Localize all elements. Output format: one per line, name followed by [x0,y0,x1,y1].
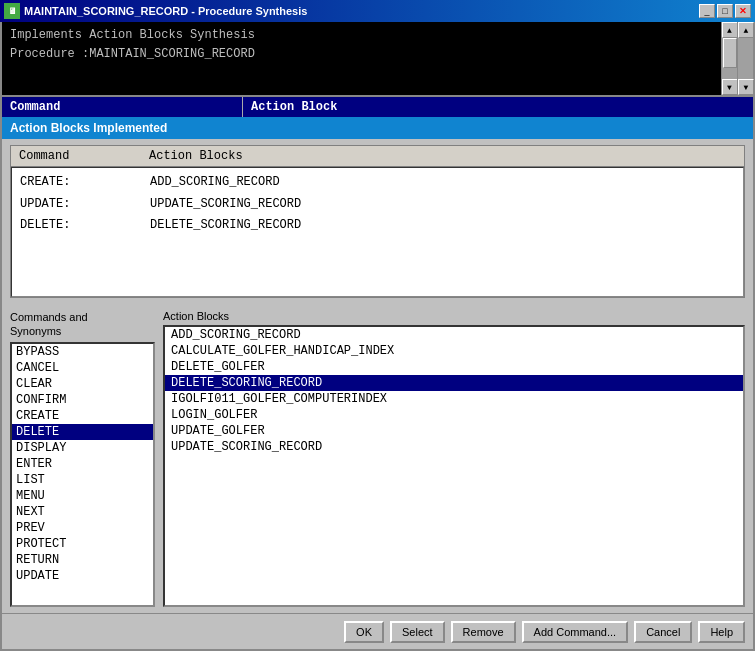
command-list-item[interactable]: DISPLAY [12,440,153,456]
command-list-item[interactable]: BYPASS [12,344,153,360]
action-list-item[interactable]: LOGIN_GOLFER [165,407,743,423]
table-row: UPDATE:UPDATE_SCORING_RECORD [20,194,735,216]
minimize-button[interactable]: _ [699,4,715,18]
main-window: Implements Action Blocks Synthesis Proce… [0,22,755,651]
table-action: ADD_SCORING_RECORD [150,172,735,194]
scroll-track [722,38,737,79]
top-scroll-right-up[interactable]: ▲ [738,22,754,38]
right-panel-top: ▲ ▼ [737,22,753,95]
command-list-item[interactable]: CONFIRM [12,392,153,408]
command-list-item[interactable]: PROTECT [12,536,153,552]
restore-button[interactable]: □ [717,4,733,18]
table-body: CREATE:ADD_SCORING_RECORDUPDATE:UPDATE_S… [11,167,744,297]
app-icon: 🖥 [4,3,20,19]
top-section: Implements Action Blocks Synthesis Proce… [2,22,753,97]
command-list-item[interactable]: PREV [12,520,153,536]
add-command-button[interactable]: Add Command... [522,621,629,643]
action-blocks-label: Action Blocks [163,310,745,322]
action-list-item[interactable]: DELETE_GOLFER [165,359,743,375]
table-cmd: DELETE: [20,215,150,237]
action-list-item[interactable]: CALCULATE_GOLFER_HANDICAP_INDEX [165,343,743,359]
action-list-item[interactable]: UPDATE_SCORING_RECORD [165,439,743,455]
select-button[interactable]: Select [390,621,445,643]
implemented-table: Command Action Blocks CREATE:ADD_SCORING… [10,145,745,298]
top-scroll-right-down[interactable]: ▼ [738,79,754,95]
header-divider [242,97,243,117]
bottom-section: Commands and Synonyms BYPASSCANCELCLEARC… [2,304,753,613]
table-action: DELETE_SCORING_RECORD [150,215,735,237]
text-line-1: Implements Action Blocks Synthesis [10,26,713,45]
action-block-header-label: Action Block [251,100,753,114]
table-action: UPDATE_SCORING_RECORD [150,194,735,216]
command-list-item[interactable]: CREATE [12,408,153,424]
action-blocks-panel: Action Blocks ADD_SCORING_RECORDCALCULAT… [163,310,745,607]
command-list-item[interactable]: MENU [12,488,153,504]
window-controls[interactable]: _ □ ✕ [699,4,751,18]
close-button[interactable]: ✕ [735,4,751,18]
table-col2-header: Action Blocks [149,149,736,163]
table-cmd: CREATE: [20,172,150,194]
commands-panel: Commands and Synonyms BYPASSCANCELCLEARC… [10,310,155,607]
section-header: Action Blocks Implemented [2,117,753,139]
window-title: MAINTAIN_SCORING_RECORD - Procedure Synt… [24,5,307,17]
commands-list[interactable]: BYPASSCANCELCLEARCONFIRMCREATEDELETEDISP… [10,342,155,607]
command-list-item[interactable]: CLEAR [12,376,153,392]
blue-command-header: Command Action Block [2,97,753,117]
command-list-item[interactable]: RETURN [12,552,153,568]
command-list-item[interactable]: UPDATE [12,568,153,584]
table-header-row: Command Action Blocks [11,146,744,167]
procedure-text-area: Implements Action Blocks Synthesis Proce… [2,22,721,95]
ok-button[interactable]: OK [344,621,384,643]
table-row: CREATE:ADD_SCORING_RECORD [20,172,735,194]
command-list-item[interactable]: CANCEL [12,360,153,376]
scroll-up-button[interactable]: ▲ [722,22,738,38]
commands-label: Commands and Synonyms [10,310,155,339]
scroll-down-button[interactable]: ▼ [722,79,738,95]
title-bar-left: 🖥 MAINTAIN_SCORING_RECORD - Procedure Sy… [4,3,307,19]
action-list-item[interactable]: DELETE_SCORING_RECORD [165,375,743,391]
top-scrollbar[interactable]: ▲ ▼ [721,22,737,95]
cancel-button[interactable]: Cancel [634,621,692,643]
section-header-text: Action Blocks Implemented [10,121,167,135]
table-col1-header: Command [19,149,149,163]
table-cmd: UPDATE: [20,194,150,216]
action-blocks-list[interactable]: ADD_SCORING_RECORDCALCULATE_GOLFER_HANDI… [163,325,745,607]
scroll-thumb[interactable] [723,38,737,68]
action-list-item[interactable]: ADD_SCORING_RECORD [165,327,743,343]
button-bar: OK Select Remove Add Command... Cancel H… [2,613,753,649]
command-list-item[interactable]: LIST [12,472,153,488]
title-bar: 🖥 MAINTAIN_SCORING_RECORD - Procedure Sy… [0,0,755,22]
help-button[interactable]: Help [698,621,745,643]
command-list-item[interactable]: ENTER [12,456,153,472]
action-list-item[interactable]: IGOLFI011_GOLFER_COMPUTERINDEX [165,391,743,407]
text-line-2: Procedure :MAINTAIN_SCORING_RECORD [10,45,713,64]
command-list-item[interactable]: DELETE [12,424,153,440]
table-row: DELETE:DELETE_SCORING_RECORD [20,215,735,237]
remove-button[interactable]: Remove [451,621,516,643]
command-list-item[interactable]: NEXT [12,504,153,520]
right-track [738,38,753,79]
action-list-item[interactable]: UPDATE_GOLFER [165,423,743,439]
command-header-label: Command [2,100,242,114]
